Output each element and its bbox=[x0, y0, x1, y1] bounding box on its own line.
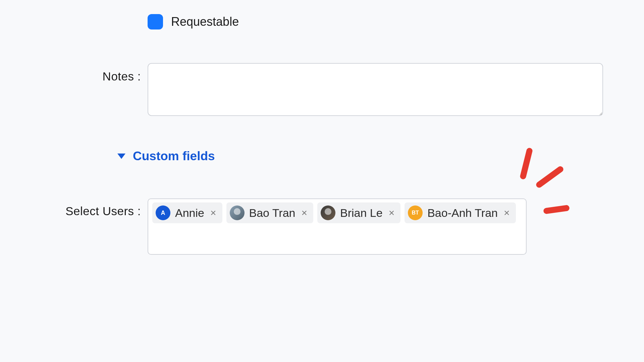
requestable-label: Requestable bbox=[171, 15, 239, 29]
requestable-row: Requestable bbox=[0, 14, 239, 29]
requestable-checkbox[interactable] bbox=[148, 14, 163, 29]
custom-fields-toggle[interactable]: Custom fields bbox=[117, 149, 215, 163]
user-tag-name: Brian Le bbox=[340, 206, 383, 220]
user-tag: Brian Le × bbox=[317, 202, 400, 223]
notes-textarea[interactable] bbox=[148, 63, 603, 116]
avatar-icon: BT bbox=[408, 205, 423, 220]
user-tag: BT Bao-Anh Tran × bbox=[405, 202, 516, 223]
select-users-label: Select Users : bbox=[0, 198, 148, 218]
avatar-icon bbox=[230, 205, 245, 220]
select-users-input[interactable]: A Annie × Bao Tran × Brian Le × BT Bao-A… bbox=[148, 198, 527, 255]
remove-tag-icon[interactable]: × bbox=[300, 208, 309, 218]
caret-down-icon bbox=[117, 154, 125, 159]
select-users-row: Select Users : A Annie × Bao Tran × Bria… bbox=[0, 198, 527, 255]
remove-tag-icon[interactable]: × bbox=[502, 208, 511, 218]
remove-tag-icon[interactable]: × bbox=[209, 208, 218, 218]
notes-label: Notes : bbox=[0, 63, 148, 83]
user-tag: A Annie × bbox=[152, 202, 222, 223]
notes-row: Notes : bbox=[0, 63, 644, 116]
user-tag-name: Annie bbox=[175, 206, 204, 220]
user-tag-name: Bao Tran bbox=[249, 206, 296, 220]
remove-tag-icon[interactable]: × bbox=[387, 208, 396, 218]
annotation-marks bbox=[517, 147, 584, 221]
user-tag-name: Bao-Anh Tran bbox=[427, 206, 498, 220]
user-tag: Bao Tran × bbox=[226, 202, 314, 223]
avatar-icon: A bbox=[156, 205, 170, 220]
custom-fields-label: Custom fields bbox=[133, 149, 215, 163]
avatar-icon bbox=[321, 205, 335, 220]
